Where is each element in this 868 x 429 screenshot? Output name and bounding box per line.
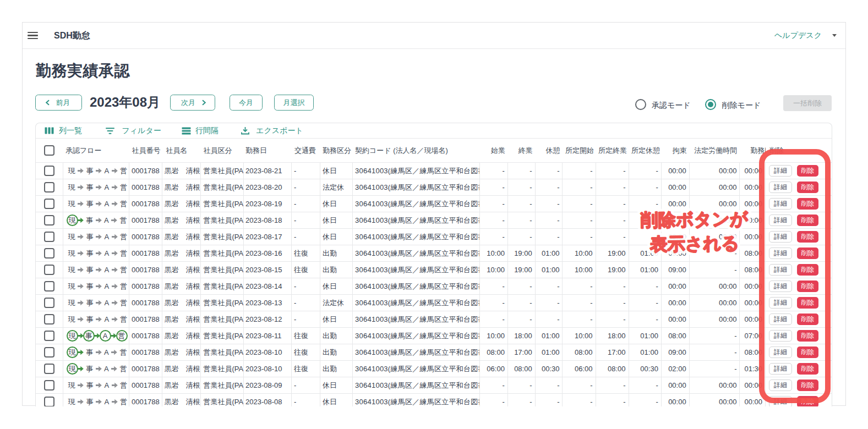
svg-text:削除ボタンが: 削除ボタンが bbox=[640, 209, 749, 230]
svg-text:表示される: 表示される bbox=[649, 233, 740, 254]
